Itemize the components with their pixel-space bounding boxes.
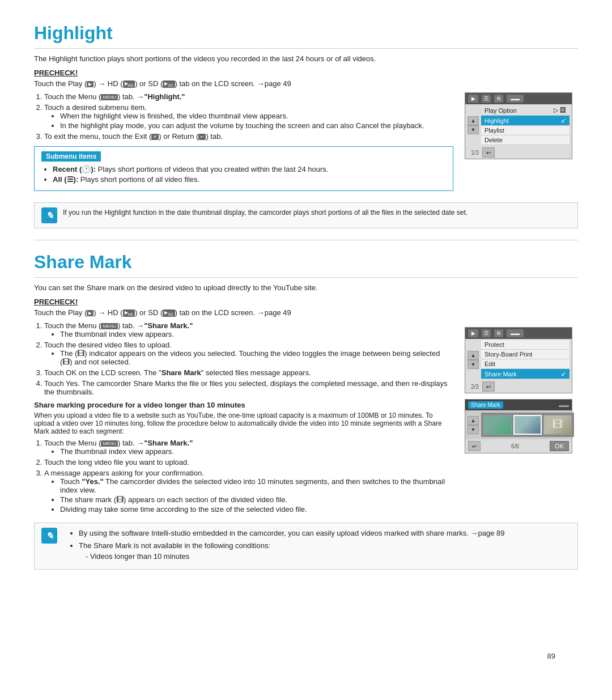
share-mark-precheck-line: Touch the Play (▶) → HD (▶HD) or SD (▶SD… <box>34 308 578 317</box>
share-mark-thumbnail-widget: Share Mark ▬▬ ▲ ▼ <box>465 399 572 453</box>
section-divider <box>34 240 578 240</box>
highlight-text-column: Touch the Menu (MENU) tab. →"Highlight."… <box>34 92 453 197</box>
sm-menu-item-edit[interactable]: Edit <box>481 359 570 369</box>
sm-note-text: By using the software Intelli-studio emb… <box>63 528 505 565</box>
storyboard-label: Story-Board Print <box>484 351 532 358</box>
play-option-icon: ▷ 🖼 <box>554 107 566 114</box>
slv-step-1-bullets: The thumbnail index view appears. <box>60 447 453 456</box>
sm-ok-button[interactable]: OK <box>550 441 569 451</box>
highlight-intro: The Highlight function plays short porti… <box>34 54 578 63</box>
sm-menu-item-protect[interactable]: Protect <box>481 340 570 350</box>
share-marking-text: When you upload a video file to a websit… <box>34 411 453 435</box>
slv-bullet-1: The thumbnail index view appears. <box>60 447 453 456</box>
share-long-video-steps: Touch the Menu (MENU) tab. →"Share Mark.… <box>44 439 453 514</box>
sm-header-battery-icon: ▬▬ <box>507 329 524 337</box>
nav-down-btn[interactable]: ▼ <box>468 125 479 134</box>
menu-counter: 1/3 <box>468 149 482 157</box>
sm-menu-item-share-mark[interactable]: Share Mark ↙ <box>481 369 570 379</box>
header-play-icon: ▶ <box>468 95 478 103</box>
share-mark-intro: You can set the Share mark on the desire… <box>34 283 578 292</box>
share-indicator-icon: 🎞 <box>77 349 84 358</box>
highlight-menu-widget: ▶ ☰ ⚙ ▬▬ ▲ ▼ Play Option ▷ � <box>465 92 578 197</box>
submenu-item-all: All (☰): Plays short portions of all vid… <box>53 175 446 184</box>
share-mark-menu-widget: ▶ ☰ ⚙ ▬▬ ▲ ▼ Protect <box>465 327 572 393</box>
highlight-note-text: If you run the Highlight function in the… <box>63 207 468 218</box>
slv-step-3-bullets: Touch "Yes." The camcorder divides the s… <box>60 477 453 514</box>
highlight-label: Highlight <box>484 117 509 124</box>
sm-thumbnail-2[interactable] <box>513 415 542 435</box>
share-mark-steps: Touch the Menu (MENU) tab. →"Share Mark.… <box>44 321 453 396</box>
sm-back-button[interactable]: ↩ <box>482 381 495 392</box>
play-icon: ▶ <box>87 81 94 87</box>
sm-thumb-nav: ▲ ▼ 🎞 <box>465 410 572 439</box>
header-battery-icon: ▬▬ <box>507 95 524 103</box>
back-button[interactable]: ↩ <box>482 147 495 158</box>
highlight-title: Highlight <box>34 23 578 49</box>
sm-menu-header: ▶ ☰ ⚙ ▬▬ <box>465 328 572 339</box>
sm-hd-icon: ▶HD <box>123 309 135 317</box>
sm-step-3: Touch OK on the LCD screen. The "Share M… <box>44 368 453 377</box>
slv-bullet-4: Dividing may take some time according to… <box>60 505 453 514</box>
sm-thumbnails-area: 🎞 <box>481 413 574 437</box>
sm-menu-icon-1: MENU <box>101 323 118 329</box>
sm-header-play-icon: ▶ <box>468 329 478 337</box>
sm-thumb-header: Share Mark ▬▬ <box>465 400 572 410</box>
slv-step-1: Touch the Menu (MENU) tab. →"Share Mark.… <box>44 439 453 456</box>
menu-icon-1: MENU <box>101 94 118 100</box>
sm-header-gear-icon: ⚙ <box>494 329 503 337</box>
highlight-bullet-1: When the highlight view is finished, the… <box>60 112 453 120</box>
selected-icon: 🎞 <box>62 358 70 366</box>
sm-nav-down-btn[interactable]: ▼ <box>468 360 479 369</box>
slv-step-3: A message appears asking for your confir… <box>44 469 453 514</box>
sm-thumb-back-btn[interactable]: ↩ <box>468 441 481 451</box>
submenu-title: Submenu items <box>41 151 101 162</box>
share-mark-precheck-label: PRECHECK! <box>34 298 578 306</box>
highlight-cursor: ↙ <box>561 117 566 124</box>
menu-item-delete[interactable]: Delete <box>481 135 570 145</box>
highlight-submenu-box: Submenu items Recent (🕐): Plays short po… <box>34 146 453 191</box>
share-mark-ui-column: ▶ ☰ ⚙ ▬▬ ▲ ▼ Protect <box>465 321 578 517</box>
highlight-step-3: To exit the menu, touch the Exit (✕) or … <box>44 132 453 141</box>
nav-up-btn[interactable]: ▲ <box>468 116 479 125</box>
sm-note-1: By using the software Intelli-studio emb… <box>79 528 505 539</box>
submenu-items-list: Recent (🕐): Plays short portions of vide… <box>53 165 446 184</box>
playlist-label: Playlist <box>484 127 504 134</box>
sm-thumb-arrows: ▲ ▼ <box>468 416 479 434</box>
highlight-note-box: ✎ If you run the Highlight function in t… <box>34 202 578 228</box>
sm-thumb-footer: ↩ 6/6 OK <box>465 439 572 453</box>
sm-step-2: Touch the desired video files to upload.… <box>44 341 453 366</box>
menu-footer: 1/3 ↩ <box>465 146 572 159</box>
submenu-item-recent: Recent (🕐): Plays short portions of vide… <box>53 165 446 173</box>
menu-item-highlight[interactable]: Highlight ↙ <box>481 116 570 126</box>
sm-nav-arrows: ▲ ▼ <box>468 351 479 369</box>
sm-thumb-down-btn[interactable]: ▼ <box>468 425 479 434</box>
sm-thumb-counter: 6/6 <box>508 442 522 451</box>
highlight-steps-list: Touch the Menu (MENU) tab. →"Highlight."… <box>44 92 453 141</box>
sm-menu-items: Protect Story-Board Print Edit Share Mar… <box>481 340 570 379</box>
slv-bullet-3: The share mark (🎞) appears on each secti… <box>60 495 453 504</box>
sm-header-label: Share Mark <box>468 401 503 409</box>
menu-header: ▶ ☰ ⚙ ▬▬ <box>465 93 572 104</box>
sm-step-1: Touch the Menu (MENU) tab. →"Share Mark.… <box>44 321 453 338</box>
sm-menu-nav: ▲ ▼ Protect Story-Board Print Edit <box>465 339 572 380</box>
header-gear-icon: ⚙ <box>494 95 503 103</box>
sm-menu-item-storyboard[interactable]: Story-Board Print <box>481 350 570 359</box>
highlight-bullet-2: In the highlight play mode, you can adju… <box>60 121 453 130</box>
menu-item-playlist[interactable]: Playlist <box>481 126 570 135</box>
share-marking-title: Share marking procedure for a video long… <box>34 401 453 409</box>
sm-bullet-1: The thumbnail index view appears. <box>60 330 453 338</box>
sm-thumb-up-btn[interactable]: ▲ <box>468 416 479 425</box>
slv-bullet-2: Touch "Yes." The camcorder divides the s… <box>60 477 453 494</box>
header-menu-icon: ☰ <box>482 95 491 103</box>
delete-label: Delete <box>484 137 503 143</box>
share-mark-label: Share Mark <box>484 371 517 377</box>
menu-item-play-option[interactable]: Play Option ▷ 🖼 <box>481 105 570 116</box>
nav-arrows: ▲ ▼ <box>468 116 479 134</box>
play-option-label: Play Option <box>484 107 517 114</box>
sm-step-2-bullets: The (🎞) indicator appears on the videos … <box>60 349 453 366</box>
sm-nav-up-btn[interactable]: ▲ <box>468 351 479 360</box>
highlight-precheck-line: Touch the Play (▶) → HD (▶HD) or SD (▶SD… <box>34 79 578 88</box>
sm-sd-icon: ▶SD <box>163 309 175 317</box>
sm-bullet-2: The (🎞) indicator appears on the videos … <box>60 349 453 366</box>
slv-step-2: Touch the long video file you want to up… <box>44 458 453 466</box>
